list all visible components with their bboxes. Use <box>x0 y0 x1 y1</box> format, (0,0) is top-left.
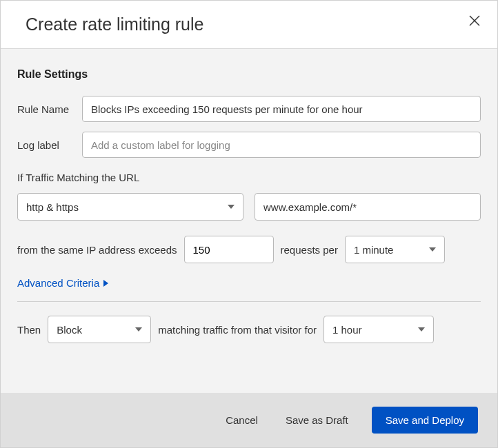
cancel-button[interactable]: Cancel <box>221 409 262 431</box>
action-select-value: Block <box>57 324 82 336</box>
ip-exceeds-text: from the same IP address exceeds <box>17 244 177 256</box>
duration-select[interactable]: 1 hour <box>323 316 434 343</box>
action-row: Then Block matching traffic from that vi… <box>17 316 481 343</box>
create-rate-limiting-dialog: Create rate limiting rule Rule Settings … <box>0 0 498 448</box>
dialog-footer: Cancel Save as Draft Save and Deploy <box>1 393 497 447</box>
rule-name-row: Rule Name <box>17 96 481 122</box>
scheme-select[interactable]: http & https <box>17 193 243 221</box>
dialog-body: Rule Settings Rule Name Log label If Tra… <box>1 49 497 393</box>
caret-down-icon <box>418 327 425 332</box>
rule-settings-heading: Rule Settings <box>17 68 481 81</box>
rule-name-input[interactable] <box>82 96 481 122</box>
divider <box>17 301 481 302</box>
requests-per-text: requests per <box>281 244 338 256</box>
close-button[interactable] <box>466 12 484 32</box>
advanced-criteria-toggle[interactable]: Advanced Criteria <box>17 277 108 289</box>
duration-select-value: 1 hour <box>332 324 362 336</box>
log-label-label: Log label <box>17 139 82 151</box>
url-pattern-input[interactable] <box>255 193 481 221</box>
caret-down-icon <box>429 247 436 252</box>
caret-down-icon <box>228 205 235 209</box>
close-icon <box>468 14 481 27</box>
caret-down-icon <box>135 327 142 332</box>
log-label-input[interactable] <box>82 132 481 158</box>
scheme-select-value: http & https <box>26 201 79 213</box>
threshold-input[interactable] <box>184 236 274 263</box>
chevron-right-icon <box>103 280 108 287</box>
action-select[interactable]: Block <box>48 316 151 343</box>
save-deploy-button[interactable]: Save and Deploy <box>372 407 478 434</box>
period-select-value: 1 minute <box>354 244 394 256</box>
traffic-row: http & https <box>17 193 481 221</box>
matching-traffic-text: matching traffic from that visitor for <box>158 324 317 336</box>
then-label: Then <box>17 324 41 336</box>
period-select[interactable]: 1 minute <box>345 236 445 263</box>
dialog-title: Create rate limiting rule <box>26 14 466 34</box>
save-draft-button[interactable]: Save as Draft <box>281 409 352 431</box>
log-label-row: Log label <box>17 132 481 158</box>
traffic-matching-label: If Traffic Matching the URL <box>17 172 481 183</box>
rule-name-label: Rule Name <box>17 103 82 115</box>
dialog-header: Create rate limiting rule <box>1 1 497 49</box>
advanced-criteria-label: Advanced Criteria <box>17 277 99 289</box>
threshold-row: from the same IP address exceeds request… <box>17 236 481 263</box>
